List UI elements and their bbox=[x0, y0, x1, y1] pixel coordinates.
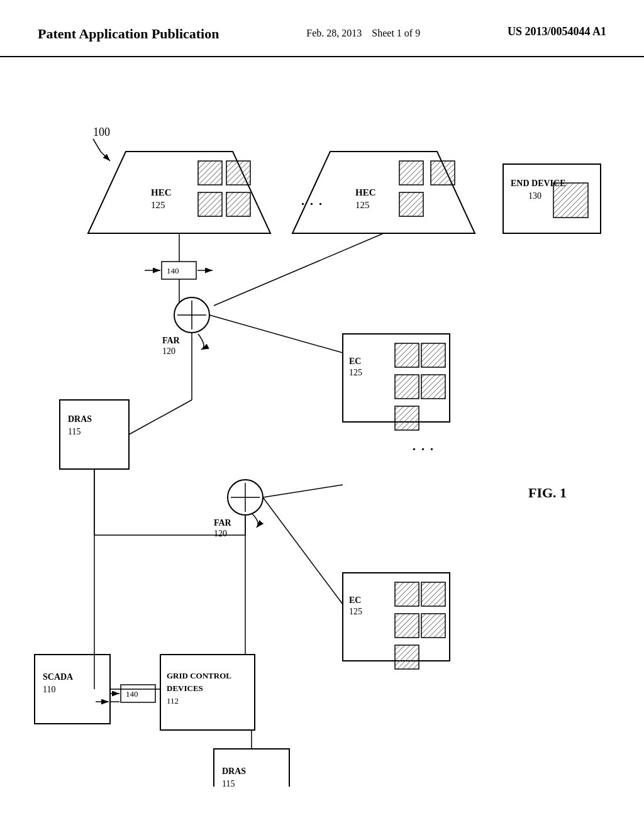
box-140-bottom-label: 140 bbox=[126, 689, 138, 699]
svg-rect-6 bbox=[198, 161, 222, 185]
svg-text:115: 115 bbox=[222, 779, 235, 787]
publication-number: US 2013/0054044 A1 bbox=[508, 25, 606, 38]
svg-rect-54 bbox=[395, 645, 419, 669]
system-number-label: 100 bbox=[93, 126, 110, 138]
diagram-area: 100 HEC 125 . . . HEC 125 bbox=[0, 57, 644, 787]
sheet-info: Sheet 1 of 9 bbox=[372, 28, 420, 38]
svg-text:112: 112 bbox=[167, 696, 179, 706]
svg-rect-8 bbox=[198, 192, 222, 216]
page: Patent Application Publication Feb. 28, … bbox=[0, 0, 644, 830]
svg-rect-9 bbox=[226, 192, 250, 216]
publication-title: Patent Application Publication bbox=[38, 25, 219, 43]
svg-rect-38 bbox=[395, 406, 419, 430]
svg-rect-13 bbox=[399, 192, 423, 216]
publication-date: Feb. 28, 2013 bbox=[306, 28, 362, 38]
svg-text:110: 110 bbox=[43, 685, 55, 694]
svg-line-31 bbox=[129, 400, 192, 434]
publication-date-sheet: Feb. 28, 2013 Sheet 1 of 9 bbox=[306, 25, 420, 42]
svg-line-19 bbox=[214, 233, 384, 306]
fig-label: FIG. 1 bbox=[528, 485, 567, 501]
svg-text:120: 120 bbox=[214, 529, 227, 538]
svg-rect-50 bbox=[395, 582, 419, 606]
svg-text:125: 125 bbox=[151, 200, 165, 210]
svg-rect-37 bbox=[421, 375, 445, 399]
svg-text:DEVICES: DEVICES bbox=[167, 683, 203, 693]
svg-rect-52 bbox=[395, 614, 419, 638]
scada-label: SCADA bbox=[43, 672, 74, 682]
ec1-label: EC bbox=[349, 357, 361, 366]
svg-line-3 bbox=[93, 139, 101, 152]
svg-line-28 bbox=[209, 315, 365, 359]
grid-control-label: GRID CONTROL bbox=[167, 671, 231, 680]
svg-rect-14 bbox=[431, 161, 455, 185]
system-diagram: 100 HEC 125 . . . HEC 125 bbox=[0, 57, 644, 787]
svg-rect-34 bbox=[395, 343, 419, 367]
dras-bottom-label: DRAS bbox=[222, 766, 246, 776]
svg-line-47 bbox=[263, 497, 343, 604]
svg-text:125: 125 bbox=[355, 200, 370, 210]
box-140-top-label: 140 bbox=[167, 266, 179, 275]
svg-rect-36 bbox=[395, 375, 419, 399]
svg-text:115: 115 bbox=[68, 427, 80, 436]
svg-rect-17 bbox=[553, 183, 588, 218]
ec2-label: EC bbox=[349, 595, 361, 605]
svg-text:125: 125 bbox=[349, 607, 362, 616]
svg-text:125: 125 bbox=[349, 368, 362, 377]
page-header: Patent Application Publication Feb. 28, … bbox=[0, 0, 644, 57]
svg-rect-51 bbox=[421, 582, 445, 606]
svg-rect-12 bbox=[399, 161, 423, 185]
hec2-label: HEC bbox=[355, 187, 376, 197]
svg-rect-53 bbox=[421, 614, 445, 638]
dras-top-label: DRAS bbox=[68, 414, 92, 424]
dots-right: . . . bbox=[412, 434, 434, 454]
svg-rect-7 bbox=[226, 161, 250, 185]
svg-rect-35 bbox=[421, 343, 445, 367]
far-top-label: FAR bbox=[162, 336, 180, 345]
svg-line-46 bbox=[263, 485, 343, 497]
svg-text:120: 120 bbox=[162, 346, 175, 356]
far-bottom-label: FAR bbox=[214, 518, 232, 528]
svg-text:130: 130 bbox=[528, 191, 541, 201]
hec1-label: HEC bbox=[151, 187, 172, 197]
